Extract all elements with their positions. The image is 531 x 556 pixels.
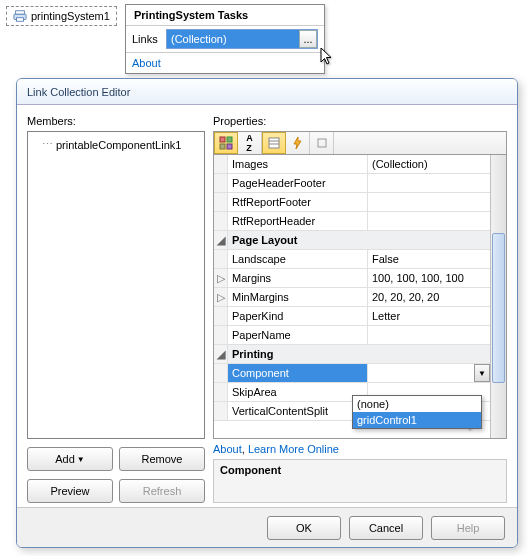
prop-name[interactable]: PaperName [228, 326, 368, 344]
events-button[interactable] [286, 132, 310, 154]
help-button: Help [431, 516, 505, 540]
learn-more-link[interactable]: Learn More Online [248, 443, 339, 455]
prop-name[interactable]: RtfReportFooter [228, 193, 368, 211]
links-label: Links [132, 33, 166, 45]
refresh-button: Refresh [119, 479, 205, 503]
svg-rect-5 [220, 144, 225, 149]
svg-rect-2 [17, 18, 24, 22]
prop-name[interactable]: PageHeaderFooter [228, 174, 368, 192]
prop-value[interactable] [368, 174, 490, 192]
chevron-down-icon: ▼ [77, 455, 85, 464]
svg-rect-10 [318, 139, 326, 147]
expand-icon[interactable]: ▷ [214, 288, 228, 306]
category-row[interactable]: Page Layout [228, 231, 490, 249]
chevron-down-icon: ▼ [478, 364, 486, 382]
links-input[interactable] [166, 29, 318, 49]
links-ellipsis-button[interactable]: ... [299, 30, 317, 48]
component-tag[interactable]: printingSystem1 [6, 6, 117, 26]
toolbar-extra-button[interactable] [310, 132, 334, 154]
tree-dots-icon: ⋯ [42, 138, 52, 151]
prop-value[interactable]: Letter [368, 307, 490, 325]
link-collection-editor-dialog: Link Collection Editor Members: ⋯ printa… [16, 78, 518, 548]
prop-name[interactable]: SkipArea [228, 383, 368, 401]
scrollbar[interactable] [490, 155, 506, 438]
component-tag-label: printingSystem1 [31, 10, 110, 22]
component-dropdown[interactable]: (none) gridControl1 [352, 395, 482, 429]
prop-name[interactable]: VerticalContentSplit [228, 402, 368, 420]
remove-button[interactable]: Remove [119, 447, 205, 471]
members-list[interactable]: ⋯ printableComponentLink1 [27, 131, 205, 439]
prop-value[interactable] [368, 326, 490, 344]
svg-rect-6 [227, 144, 232, 149]
collapse-icon[interactable]: ◢ [214, 231, 228, 249]
prop-name[interactable]: Margins [228, 269, 368, 287]
prop-value[interactable]: (Collection) [368, 155, 490, 173]
add-button[interactable]: Add ▼ [27, 447, 113, 471]
property-pages-button[interactable] [262, 132, 286, 154]
expand-icon[interactable]: ▷ [214, 269, 228, 287]
prop-value[interactable]: ▼ [368, 364, 490, 382]
tasks-about-link[interactable]: About [132, 57, 161, 69]
ellipsis-icon: ... [303, 33, 312, 45]
alphabetical-button[interactable]: AZ [238, 132, 262, 154]
prop-value[interactable]: False [368, 250, 490, 268]
printer-icon [13, 9, 27, 23]
category-row[interactable]: Printing [228, 345, 490, 363]
prop-value[interactable]: 20, 20, 20, 20 [368, 288, 490, 306]
cancel-button[interactable]: Cancel [349, 516, 423, 540]
svg-rect-3 [220, 137, 225, 142]
collapse-icon[interactable]: ◢ [214, 345, 228, 363]
prop-name[interactable]: PaperKind [228, 307, 368, 325]
description-panel: Component [213, 459, 507, 503]
ok-button[interactable]: OK [267, 516, 341, 540]
dropdown-button[interactable]: ▼ [474, 364, 490, 382]
properties-label: Properties: [213, 115, 507, 127]
tasks-title: PrintingSystem Tasks [126, 5, 324, 26]
dialog-title: Link Collection Editor [17, 79, 517, 105]
member-item[interactable]: ⋯ printableComponentLink1 [32, 136, 200, 153]
property-toolbar: AZ [213, 131, 507, 154]
svg-rect-0 [16, 11, 25, 15]
prop-name[interactable]: MinMargins [228, 288, 368, 306]
categorized-button[interactable] [214, 132, 238, 154]
svg-rect-4 [227, 137, 232, 142]
dropdown-item-none[interactable]: (none) [353, 396, 481, 412]
prop-value[interactable] [368, 193, 490, 211]
prop-value[interactable] [368, 212, 490, 230]
prop-name[interactable]: Landscape [228, 250, 368, 268]
prop-value[interactable]: 100, 100, 100, 100 [368, 269, 490, 287]
scrollbar-thumb[interactable] [492, 233, 505, 383]
description-title: Component [220, 464, 500, 476]
prop-name[interactable]: Images [228, 155, 368, 173]
dropdown-item-gridcontrol1[interactable]: gridControl1 [353, 412, 481, 428]
prop-name[interactable]: Component [228, 364, 368, 382]
prop-name[interactable]: RtfReportHeader [228, 212, 368, 230]
about-link[interactable]: About [213, 443, 242, 455]
members-label: Members: [27, 115, 205, 127]
preview-button[interactable]: Preview [27, 479, 113, 503]
member-item-label: printableComponentLink1 [56, 139, 181, 151]
svg-rect-7 [269, 138, 279, 148]
tasks-popup: PrintingSystem Tasks Links ... About [125, 4, 325, 74]
sort-az-icon: AZ [246, 133, 253, 153]
